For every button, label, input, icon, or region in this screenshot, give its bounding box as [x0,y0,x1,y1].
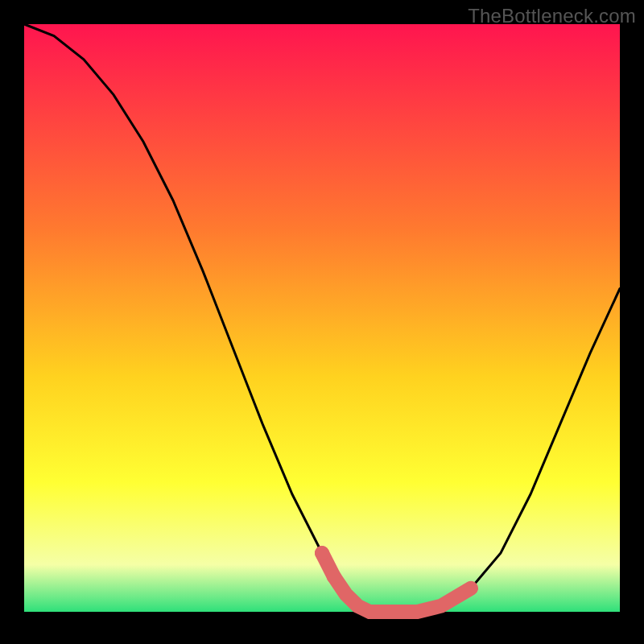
accent-dot [327,569,341,584]
plot-gradient-area [24,24,620,612]
watermark-text: TheBottleneck.com [468,5,636,27]
accent-dot [315,546,329,560]
chart-svg [0,0,644,644]
chart-stage: TheBottleneck.com [0,0,644,644]
